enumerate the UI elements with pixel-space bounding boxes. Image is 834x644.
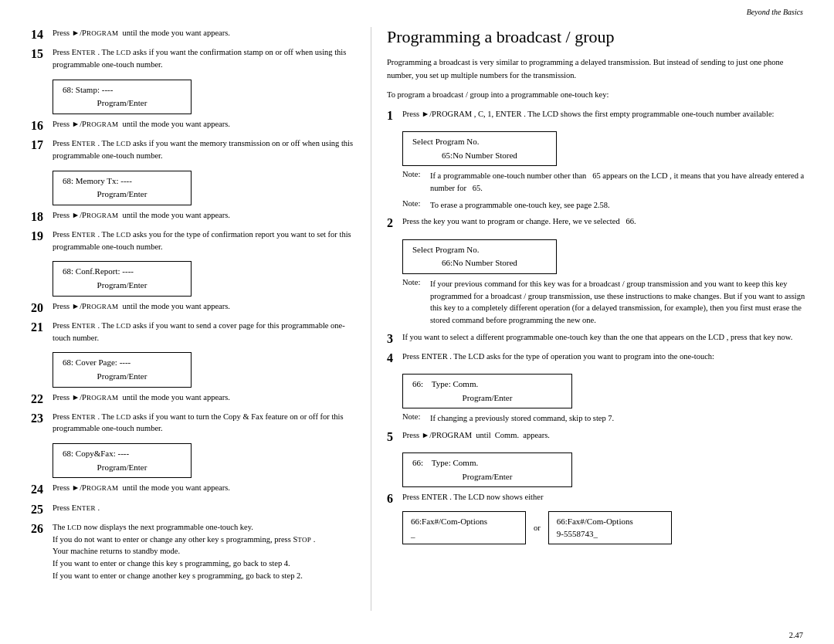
step-20: 20 Press ►/PROGRAM until the mode you wa… bbox=[31, 300, 355, 315]
step-19: 19 Press ENTER . The LCD asks you for th… bbox=[31, 229, 355, 253]
note-3: Note: If your previous command for this … bbox=[402, 278, 811, 327]
step-16: 16 Press ►/PROGRAM until the mode you wa… bbox=[31, 118, 355, 133]
step-24: 24 Press ►/PROGRAM until the mode you wa… bbox=[31, 482, 355, 497]
lcd-right-4-line2: Program/Enter bbox=[412, 391, 562, 405]
step-number-22: 22 bbox=[31, 391, 53, 406]
right-step-number-6: 6 bbox=[387, 491, 402, 506]
right-step-text-3: If you want to select a different progra… bbox=[402, 331, 811, 344]
step-text-14: Press ►/PROGRAM until the mode you want … bbox=[53, 27, 355, 39]
step-17: 17 Press ENTER . The LCD asks if you wan… bbox=[31, 137, 355, 162]
step-text-22: Press ►/PROGRAM until the mode you want … bbox=[53, 391, 355, 404]
lcd-right-4-line1: 66: Type: Comm. bbox=[412, 378, 562, 391]
right-step-number-1: 1 bbox=[387, 108, 402, 123]
step-text-26b: If you do not want to enter or change an… bbox=[53, 534, 355, 546]
lcd-box-right-2: Select Program No. 66:No Number Stored bbox=[402, 239, 557, 274]
fax-box-left: 66:Fax#/Com-Options _ bbox=[402, 511, 526, 544]
lcd-memory-line1: 68: Memory Tx: ---- bbox=[63, 175, 181, 188]
step-text-23: Press ENTER . The LCD asks if you want t… bbox=[53, 411, 355, 436]
fax-box-right-line2: 9-5558743_ bbox=[557, 527, 663, 541]
lcd-right-1-line1: Select Program No. bbox=[412, 135, 547, 149]
lcd-box-right-5: 66: Type: Comm. Program/Enter bbox=[402, 452, 572, 487]
step-text-25: Press ENTER . bbox=[53, 502, 355, 514]
step-text-15: Press ENTER . The LCD asks if you want t… bbox=[53, 46, 355, 71]
lcd-right-1-line2: 65:No Number Stored bbox=[412, 149, 547, 163]
note-text-1: If a programmable one-touch number other… bbox=[430, 170, 811, 195]
note-text-3: If your previous command for this key wa… bbox=[430, 278, 811, 327]
step-text-19: Press ENTER . The LCD asks you for the t… bbox=[53, 229, 355, 253]
lcd-box-stamp: 68: Stamp: ---- Program/Enter bbox=[53, 80, 192, 114]
step-18: 18 Press ►/PROGRAM until the mode you wa… bbox=[31, 209, 355, 224]
step-25: 25 Press ENTER . bbox=[31, 502, 355, 517]
step-number-16: 16 bbox=[31, 118, 53, 133]
fax-box-left-cursor: _ bbox=[411, 527, 517, 541]
lcd-conf-line2: Program/Enter bbox=[63, 279, 181, 293]
section-title: Programming a broadcast / group bbox=[387, 27, 811, 47]
right-step-4: 4 Press ENTER . The LCD asks for the typ… bbox=[387, 351, 811, 365]
lcd-box-right-1: Select Program No. 65:No Number Stored bbox=[402, 131, 557, 166]
lcd-box-cover: 68: Cover Page: ---- Program/Enter bbox=[53, 352, 192, 387]
step-21: 21 Press ENTER . The LCD asks if you wan… bbox=[31, 320, 355, 344]
right-step-3: 3 If you want to select a different prog… bbox=[387, 331, 811, 346]
right-column: Programming a broadcast / group Programm… bbox=[371, 27, 811, 611]
note-2: Note: To erase a programmable one-touch … bbox=[402, 199, 811, 212]
step-text-26d: If you want to enter or change this key … bbox=[53, 558, 355, 570]
lcd-box-memory: 68: Memory Tx: ---- Program/Enter bbox=[53, 171, 192, 205]
header-title: Beyond the Basics bbox=[747, 8, 803, 16]
lcd-right-5-line2: Program/Enter bbox=[412, 470, 562, 484]
right-step-number-3: 3 bbox=[387, 331, 402, 346]
lcd-cover-line1: 68: Cover Page: ---- bbox=[63, 356, 181, 370]
note-label-4: Note: bbox=[402, 412, 430, 425]
step-number-23: 23 bbox=[31, 411, 53, 425]
step-22: 22 Press ►/PROGRAM until the mode you wa… bbox=[31, 391, 355, 406]
step-text-18: Press ►/PROGRAM until the mode you want … bbox=[53, 209, 355, 222]
right-step-number-2: 2 bbox=[387, 215, 402, 230]
fax-boxes-row: 66:Fax#/Com-Options _ or 66:Fax#/Com-Opt… bbox=[402, 511, 811, 544]
right-step-text-6: Press ENTER . The LCD now shows either bbox=[402, 491, 811, 503]
step-number-18: 18 bbox=[31, 209, 53, 224]
main-content: 14 Press ►/PROGRAM until the mode you wa… bbox=[0, 19, 834, 626]
right-step-text-5: Press ►/PROGRAM until Comm. appears. bbox=[402, 429, 811, 442]
fax-box-left-line1: 66:Fax#/Com-Options bbox=[411, 515, 517, 528]
lcd-right-5-line1: 66: Type: Comm. bbox=[412, 456, 562, 470]
right-step-text-1: Press ►/PROGRAM , C, 1, ENTER . The LCD … bbox=[402, 108, 811, 120]
step-text-16: Press ►/PROGRAM until the mode you want … bbox=[53, 118, 355, 130]
lcd-memory-line2: Program/Enter bbox=[63, 188, 181, 202]
lcd-cover-line2: Program/Enter bbox=[63, 370, 181, 384]
note-4: Note: If changing a previously stored co… bbox=[402, 412, 811, 425]
right-step-text-4: Press ENTER . The LCD asks for the type … bbox=[402, 351, 811, 363]
step-text-26e: If you want to enter or change another k… bbox=[53, 570, 355, 582]
fax-box-right-line1: 66:Fax#/Com-Options bbox=[557, 515, 663, 528]
page-header: Beyond the Basics bbox=[0, 0, 834, 19]
note-text-4: If changing a previously stored command,… bbox=[430, 412, 811, 425]
right-step-5: 5 Press ►/PROGRAM until Comm. appears. bbox=[387, 429, 811, 444]
note-label-1: Note: bbox=[402, 170, 430, 195]
page-number: 2.47 bbox=[789, 631, 803, 639]
note-label-3: Note: bbox=[402, 278, 430, 327]
step-15: 15 Press ENTER . The LCD asks if you wan… bbox=[31, 46, 355, 71]
step-26: 26 The LCD now displays the next program… bbox=[31, 521, 355, 582]
step-text-24: Press ►/PROGRAM until the mode you want … bbox=[53, 482, 355, 494]
step-text-17: Press ENTER . The LCD asks if you want t… bbox=[53, 137, 355, 162]
left-column: 14 Press ►/PROGRAM until the mode you wa… bbox=[31, 27, 355, 611]
lcd-right-2-line2: 66:No Number Stored bbox=[412, 256, 547, 270]
section-intro-2: To program a broadcast / group into a pr… bbox=[387, 89, 811, 102]
lcd-box-right-4: 66: Type: Comm. Program/Enter bbox=[402, 374, 572, 408]
step-number-21: 21 bbox=[31, 320, 53, 334]
section-intro-1: Programming a broadcast is very similar … bbox=[387, 56, 811, 83]
page-footer: 2.47 bbox=[0, 626, 834, 644]
step-text-26a: The LCD now displays the next programmab… bbox=[53, 521, 355, 534]
step-text-21: Press ENTER . The LCD asks if you want t… bbox=[53, 320, 355, 344]
step-number-24: 24 bbox=[31, 482, 53, 497]
step-number-25: 25 bbox=[31, 502, 53, 517]
lcd-stamp-line1: 68: Stamp: ---- bbox=[63, 83, 181, 97]
step-number-14: 14 bbox=[31, 27, 53, 42]
right-step-number-4: 4 bbox=[387, 351, 402, 365]
page-container: Beyond the Basics 14 Press ►/PROGRAM unt… bbox=[0, 0, 834, 644]
step-14: 14 Press ►/PROGRAM until the mode you wa… bbox=[31, 27, 355, 42]
right-step-2: 2 Press the key you want to program or c… bbox=[387, 215, 811, 230]
lcd-box-copy: 68: Copy&Fax: ---- Program/Enter bbox=[53, 443, 192, 478]
step-text-20: Press ►/PROGRAM until the mode you want … bbox=[53, 300, 355, 313]
note-1: Note: If a programmable one-touch number… bbox=[402, 170, 811, 195]
note-text-2: To erase a programmable one-touch key, s… bbox=[430, 199, 811, 212]
right-step-number-5: 5 bbox=[387, 429, 402, 444]
